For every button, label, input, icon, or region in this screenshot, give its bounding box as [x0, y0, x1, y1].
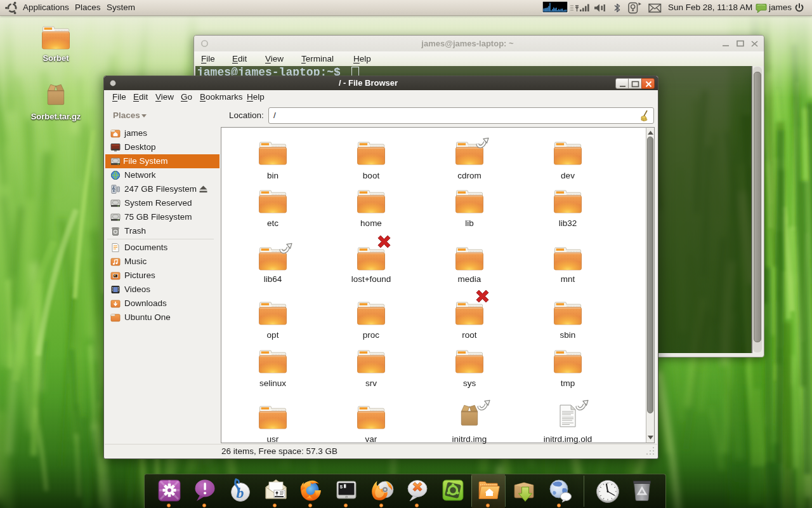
svg-text:$: $: [340, 484, 343, 490]
svg-text:b: b: [237, 485, 244, 501]
